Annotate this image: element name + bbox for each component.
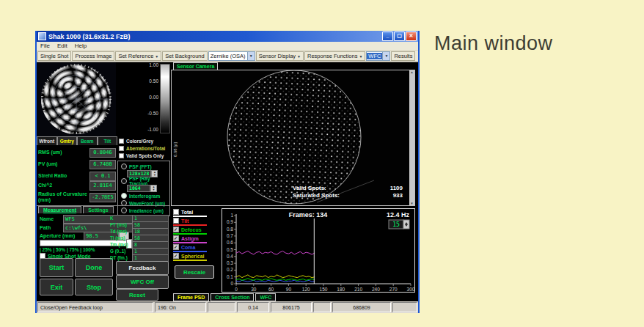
legend-defocus[interactable]: ✓Defocus	[173, 227, 217, 235]
x-tick-label: 120	[302, 287, 310, 292]
legend-row: ✓Coma	[173, 244, 217, 250]
legend-tilt[interactable]: Tilt	[173, 218, 217, 226]
single-shot-button[interactable]: Single Shot	[37, 51, 71, 61]
radio-interferogram[interactable]: Interferogram	[120, 192, 169, 199]
polar-grid-overlay	[37, 62, 116, 136]
menu-file[interactable]: File	[37, 43, 54, 49]
menu-bar: FileEditHelp	[37, 42, 418, 51]
legend-color-bar	[173, 260, 207, 261]
option-aberrations-total[interactable]: Aberrations/Total	[117, 144, 170, 152]
legend-color-bar	[173, 251, 207, 252]
combo-value: Zernike (OSA)	[209, 53, 247, 59]
wfc-combo[interactable]: WFC▼	[366, 51, 390, 61]
tab-beam[interactable]: Beam	[77, 136, 98, 145]
tab-frame-psd[interactable]: Frame PSD	[173, 293, 209, 301]
sensor-display-button[interactable]: Sensor Display▼	[256, 51, 304, 61]
stop-button[interactable]: Stop	[75, 279, 113, 295]
reset-button[interactable]: Reset	[116, 289, 158, 301]
readout-label: RMS (um)	[38, 150, 89, 155]
results-button[interactable]: Results	[391, 51, 415, 61]
frames-title: Frames: 134	[289, 211, 328, 218]
legend-color-bar	[173, 224, 207, 226]
legend-label: Astigm	[181, 236, 199, 241]
option-colors-grey[interactable]: Colors/Grey	[117, 137, 170, 144]
done-button[interactable]: Done	[75, 258, 113, 277]
tab-cross-section[interactable]: Cross Section	[211, 293, 254, 301]
colorbar-tick-label: 0.00	[128, 95, 158, 100]
legend-checkbox[interactable]: ✓	[173, 244, 179, 250]
chevron-down-icon: ▼	[297, 54, 301, 59]
wfc-off-button[interactable]: WFC Off	[116, 275, 169, 289]
legend-astigm[interactable]: ✓Astigm	[173, 235, 217, 243]
close-button[interactable]: ✕	[406, 32, 417, 41]
legend-coma[interactable]: ✓Coma	[173, 244, 217, 252]
radio-psf-ray-tracing[interactable]: PSF (Ray Tracing)	[120, 177, 169, 185]
title-bar[interactable]: Shak 1000 (31.6x31.2 FzB) _ ▢ ✕	[37, 31, 418, 42]
legend-checkbox[interactable]: ✓	[173, 227, 179, 232]
legend-label: Spherical	[181, 254, 205, 259]
radio-psf-fft[interactable]: PSF (FFT)	[120, 163, 169, 170]
response-functions-label: Response Functions	[307, 53, 357, 59]
camera-scrollbar[interactable]: ▲▼	[409, 70, 414, 205]
minimize-button[interactable]: _	[382, 32, 393, 41]
legend-color-bar	[173, 242, 207, 243]
chevron-down-icon[interactable]: ▼	[247, 52, 255, 60]
checkbox-icon[interactable]	[119, 146, 124, 151]
status-cell-5	[313, 302, 331, 312]
rescale-button[interactable]: Rescale	[175, 265, 214, 279]
x-tick-label: 30	[251, 287, 257, 292]
tab-gmtry[interactable]: Gmtry	[57, 136, 78, 145]
legend-checkbox[interactable]: ✓	[173, 235, 179, 241]
readout-value: < 0.1	[89, 172, 116, 181]
single-shot-label: Single Shot	[40, 53, 68, 59]
checkbox-icon[interactable]	[119, 153, 124, 158]
colorbar-tick-label: 0.50	[128, 78, 158, 84]
option-label: Colors/Grey	[126, 139, 153, 144]
colorbar	[160, 64, 170, 133]
process-image-button[interactable]: Process Image	[72, 51, 114, 61]
legend-row: ✓Astigm	[173, 235, 217, 241]
status-bar: Close/Open Feedback loop196: On0.1480617…	[37, 301, 418, 313]
tab-settings[interactable]: Settings	[83, 206, 114, 213]
spinner-arrows[interactable]: ▲▼	[150, 185, 157, 192]
checkbox-icon[interactable]	[119, 139, 124, 144]
x-tick-label: 90	[286, 287, 292, 292]
legend-spherical[interactable]: ✓Spherical	[173, 253, 217, 261]
feedback-button[interactable]: Feedback	[116, 261, 169, 275]
legend-checkbox[interactable]: ✓	[173, 253, 179, 259]
tab-measurement[interactable]: Measurement	[38, 206, 81, 213]
y-tick-label: 0.2	[227, 267, 233, 272]
legend-checkbox[interactable]	[173, 218, 179, 224]
tab-wfc[interactable]: WFC	[255, 293, 276, 301]
status-cell-6: 686809	[332, 302, 391, 312]
start-button[interactable]: Start	[40, 258, 73, 277]
window-title: Shak 1000 (31.6x31.2 FzB)	[48, 33, 131, 40]
y-tick-label: 0.8	[227, 227, 233, 232]
valid-spots-label: Valid Spots:	[293, 185, 326, 192]
legend-checkbox[interactable]	[173, 209, 179, 215]
radio-icon[interactable]	[121, 193, 127, 199]
option-valid-spots-only[interactable]: Valid Spots Only	[117, 152, 170, 159]
maximize-button[interactable]: ▢	[394, 32, 405, 41]
set-reference-button[interactable]: Set Reference▼	[115, 51, 161, 61]
x-tick-label: 240	[372, 287, 380, 292]
measurement-panel: MeasurementSettings Name WFS Path c:\wfs…	[37, 205, 170, 301]
exit-button[interactable]: Exit	[40, 279, 73, 295]
chevron-down-icon[interactable]: ▼	[382, 52, 389, 60]
tab-wfront[interactable]: Wfront	[37, 136, 57, 145]
legend-total[interactable]: Total	[173, 209, 217, 217]
response-functions-button[interactable]: Response Functions▼	[304, 51, 365, 61]
display-options: Colors/GreyAberrations/TotalValid Spots …	[117, 137, 170, 205]
menu-edit[interactable]: Edit	[54, 43, 71, 49]
spots-info: Valid Spots: 1109 Saturated Spots: 933	[293, 185, 403, 199]
zernike-osa-combo[interactable]: Zernike (OSA)▼	[208, 51, 255, 61]
radio-icon[interactable]	[121, 164, 127, 169]
legend-label: Tilt	[181, 218, 189, 224]
set-background-button[interactable]: Set Background	[162, 51, 207, 61]
param-tm-ms-label: Tm (ms)	[110, 242, 128, 247]
name-label: Name	[40, 216, 54, 221]
tab-tilt[interactable]: Tilt	[98, 136, 118, 145]
menu-help[interactable]: Help	[71, 43, 90, 49]
main-window: Shak 1000 (31.6x31.2 FzB) _ ▢ ✕ FileEdit…	[35, 31, 420, 313]
radio-icon[interactable]	[121, 178, 127, 184]
